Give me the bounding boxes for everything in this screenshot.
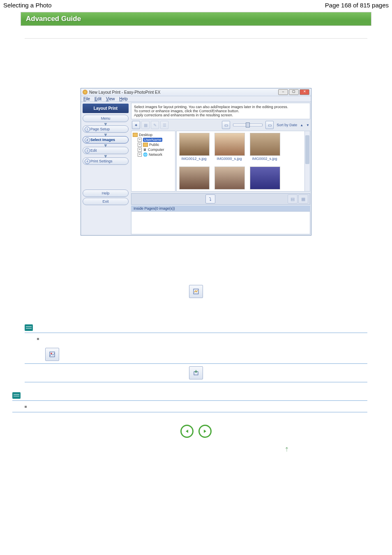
correct-enhance-button[interactable]: ✦ — [132, 121, 140, 129]
step-page-setup[interactable]: 1Page Setup — [83, 125, 129, 133]
book-icon — [12, 392, 21, 399]
add-image-icon — [189, 285, 203, 298]
folder-icon — [143, 143, 148, 147]
window-title: New Layout Print - Easy-PhotoPrint EX — [89, 90, 160, 95]
special-button: ☰ — [160, 121, 168, 129]
bullet-icon — [25, 406, 27, 408]
note-row — [12, 401, 367, 412]
inside-pages-strip — [131, 211, 310, 234]
selection-bar: ⤵ ▤ ▦ — [131, 193, 310, 205]
note-heading — [25, 323, 367, 333]
folder-icon — [133, 133, 138, 137]
menu-view[interactable]: View — [106, 97, 115, 101]
photo-thumbnail — [250, 166, 280, 190]
up-arrow-icon: ⇡ — [282, 446, 289, 453]
menu-edit[interactable]: Edit — [95, 97, 101, 101]
toolbar: ✦ ▦ ✎ ☰ ▭ ▭ Sort by Date ▲ ▼ — [130, 120, 311, 130]
page-title: Selecting a Photo — [3, 2, 52, 9]
exit-button[interactable]: Exit — [83, 198, 129, 205]
thumbnail-label: IMG0012_s.jpg — [179, 157, 209, 161]
folder-tree[interactable]: Desktop +UserName +Public +🖥Computer +🌐N… — [131, 131, 175, 192]
step-edit[interactable]: 3Edit — [83, 147, 129, 154]
step-label: Page Setup — [90, 127, 110, 131]
expand-icon[interactable]: + — [138, 138, 142, 142]
expand-icon[interactable]: + — [138, 143, 142, 147]
note-row — [25, 333, 367, 364]
add-to-selection-button[interactable]: ⤵ — [205, 194, 215, 204]
expand-icon[interactable]: + — [138, 153, 142, 157]
next-page-button[interactable] — [198, 425, 212, 438]
calendar-button: ▦ — [141, 121, 150, 129]
photo-thumbnail — [214, 133, 245, 156]
remove-selection-button[interactable]: ▦ — [298, 194, 308, 204]
zoom-in-button[interactable]: ▭ — [265, 121, 274, 129]
inside-pages-label: Inside Pages(0 image(s)) — [131, 206, 310, 211]
tree-node-desktop[interactable]: Desktop — [139, 133, 152, 137]
section-bar: Advanced Guide — [21, 12, 371, 26]
mode-title: Layout Print — [83, 104, 129, 113]
tree-node-network[interactable]: Network — [149, 153, 162, 157]
filter-button: ✎ — [151, 121, 159, 129]
thumbnail-label: IMG0002_s.jpg — [250, 157, 279, 161]
thumbnail-item[interactable]: IMG0002_s.jpg — [250, 133, 279, 161]
photo-thumbnail — [214, 166, 245, 190]
thumbnail-item[interactable]: IMG0012_s.jpg — [179, 133, 209, 161]
thumbnail-label: IMG0000_s.jpg — [214, 157, 244, 161]
step-label: Edit — [90, 148, 97, 153]
network-icon: 🌐 — [143, 153, 148, 157]
thumbnail-item[interactable] — [179, 166, 209, 190]
sort-label[interactable]: Sort by Date — [277, 123, 297, 127]
note-row — [25, 364, 367, 382]
book-icon — [25, 324, 33, 331]
expand-icon[interactable]: + — [138, 148, 142, 152]
photo-thumbnail — [250, 133, 280, 156]
thumbnail-item[interactable] — [214, 166, 244, 190]
tree-node-computer[interactable]: Computer — [148, 148, 164, 152]
sort-dropdown-icon[interactable]: ▼ — [306, 123, 309, 127]
divider — [25, 38, 367, 39]
view-selection-button[interactable]: ▤ — [288, 194, 297, 204]
bullet-icon — [37, 338, 39, 340]
minimize-button[interactable]: – — [278, 89, 288, 95]
zoom-out-button[interactable]: ▭ — [222, 121, 230, 129]
thumbnail-item[interactable] — [250, 166, 279, 190]
thumbnail-item[interactable]: IMG0000_s.jpg — [214, 133, 244, 161]
help-button[interactable]: Help — [83, 190, 129, 197]
prev-page-button[interactable] — [180, 425, 194, 438]
menu-bar: File Edit View Help — [81, 96, 311, 102]
photo-thumbnail — [179, 133, 210, 156]
step-label: Select Images — [90, 138, 115, 142]
app-window: New Layout Print - Easy-PhotoPrint EX – … — [81, 88, 311, 236]
computer-icon: 🖥 — [143, 148, 147, 152]
photo-thumbnail — [179, 166, 210, 190]
correct-enhance-icon — [45, 348, 59, 361]
sort-asc-icon[interactable]: ▲ — [300, 123, 303, 127]
page-number: Page 168 of 815 pages — [325, 2, 389, 9]
instruction-text: Select images for layout printing. You c… — [131, 103, 310, 119]
scrollbar[interactable] — [304, 131, 310, 191]
step-label: Print Settings — [90, 159, 113, 163]
zoom-slider[interactable] — [233, 124, 263, 126]
back-to-top[interactable]: ⇡ — [25, 446, 367, 453]
menu-help[interactable]: Help — [119, 97, 128, 101]
tree-node-public[interactable]: Public — [149, 143, 159, 147]
app-icon — [83, 90, 88, 95]
right-panel: Select images for layout printing. You c… — [130, 102, 311, 235]
menu-file[interactable]: File — [83, 97, 90, 101]
maximize-button[interactable]: ▢ — [289, 89, 299, 95]
import-icon — [189, 366, 203, 379]
close-button[interactable]: ✕ — [300, 89, 309, 95]
page-nav — [25, 425, 367, 438]
left-panel: Layout Print Menu ▼ 1Page Setup ▼ 2Selec… — [81, 102, 130, 235]
thumbnail-area: IMG0012_s.jpg IMG0000_s.jpg IMG0002_s.jp… — [176, 131, 310, 192]
note-heading — [12, 391, 367, 401]
tree-node-username[interactable]: UserName — [143, 138, 162, 142]
title-bar: New Layout Print - Easy-PhotoPrint EX – … — [81, 88, 311, 96]
step-select-images[interactable]: 2Select Images — [83, 136, 129, 143]
step-print-settings[interactable]: 4Print Settings — [83, 157, 129, 165]
